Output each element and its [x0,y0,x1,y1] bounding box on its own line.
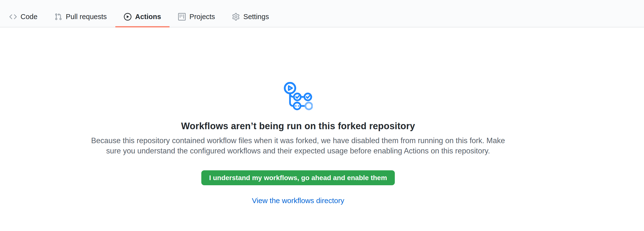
workflow-graph-icon [284,82,313,111]
enable-workflows-button[interactable]: I understand my workflows, go ahead and … [201,170,395,185]
tab-actions[interactable]: Actions [115,0,170,27]
view-workflows-directory-link[interactable]: View the workflows directory [252,195,344,206]
tab-label: Actions [135,13,161,21]
repo-tab-nav: Code Pull requests Actions Projects Sett… [0,0,644,28]
tab-label: Code [20,13,38,21]
project-icon [178,13,186,21]
workflow-trigger [285,83,295,94]
tab-settings[interactable]: Settings [224,0,278,27]
description: Because this repository contained workfl… [91,136,505,156]
actions-disabled-blankslate: Workflows aren’t being run on this forke… [0,28,596,206]
gear-icon [232,13,240,21]
description-line-1: Because this repository contained workfl… [91,136,505,146]
tab-label: Projects [189,13,215,21]
tab-pull-requests[interactable]: Pull requests [46,0,115,27]
workflow-step-pending [306,103,312,109]
git-pull-request-icon [54,13,62,21]
tab-label: Settings [243,13,269,21]
tab-label: Pull requests [66,13,107,21]
code-icon [9,13,17,21]
page-title: Workflows aren’t being run on this forke… [181,120,415,132]
description-line-2: sure you understand the configured workf… [91,146,505,156]
tab-projects[interactable]: Projects [170,0,224,27]
workflow-step-running [294,103,300,109]
tab-code[interactable]: Code [1,0,46,27]
play-icon [124,13,132,21]
